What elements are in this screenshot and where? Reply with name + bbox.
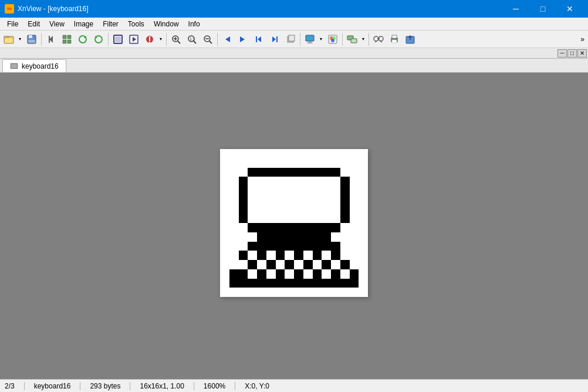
svg-rect-104: [239, 269, 248, 279]
svg-rect-88: [322, 251, 331, 260]
svg-rect-80: [248, 251, 257, 260]
svg-rect-86: [303, 251, 313, 260]
menu-filter[interactable]: Filter: [98, 18, 123, 30]
menu-image[interactable]: Image: [69, 18, 98, 30]
nav-copy-button[interactable]: [283, 32, 298, 47]
svg-marker-34: [240, 36, 245, 42]
tab-label: keyboard16: [22, 62, 59, 70]
status-zoom: 1600%: [204, 382, 225, 390]
edit-button[interactable]: [142, 32, 157, 47]
nav-last-button[interactable]: [267, 32, 282, 47]
window-title: XnView - [keyboard16]: [18, 5, 89, 13]
svg-rect-17: [115, 36, 121, 42]
status-position: 2/3: [5, 382, 15, 390]
slideshow-button[interactable]: [126, 32, 141, 47]
save-button[interactable]: [24, 32, 39, 47]
display-dropdown[interactable]: ▾: [317, 32, 325, 47]
svg-rect-77: [257, 232, 331, 242]
svg-rect-82: [266, 251, 276, 260]
open-button[interactable]: [1, 32, 16, 47]
menubar: File Edit View Image Filter Tools Window…: [0, 18, 588, 31]
zoom-in-button[interactable]: [168, 32, 184, 47]
image-display: [220, 149, 368, 297]
open-dropdown[interactable]: ▾: [16, 32, 23, 47]
nav-forward-button[interactable]: [235, 32, 251, 47]
svg-rect-22: [149, 42, 150, 43]
sep1: [41, 33, 42, 46]
zoom-out-button[interactable]: [200, 32, 215, 47]
svg-rect-10: [63, 35, 66, 39]
menu-edit[interactable]: Edit: [23, 18, 45, 30]
rotate-ccw-button[interactable]: [91, 32, 106, 47]
menu-file[interactable]: File: [2, 18, 23, 30]
print-button[interactable]: [387, 32, 402, 47]
menu-tools[interactable]: Tools: [123, 18, 149, 30]
tabbar: keyboard16: [0, 59, 588, 73]
svg-rect-109: [285, 269, 294, 279]
status-coordinates: X:0, Y:0: [245, 382, 269, 390]
close-button[interactable]: ✕: [556, 0, 583, 18]
color-button[interactable]: [325, 32, 340, 47]
display-button[interactable]: [302, 32, 317, 47]
titlebar: XnView - [keyboard16] ─ □ ✕: [0, 0, 588, 18]
svg-rect-95: [276, 260, 285, 269]
svg-rect-6: [29, 35, 32, 38]
sub-close-button[interactable]: ✕: [577, 49, 587, 58]
status-filename: keyboard16: [34, 382, 71, 390]
toolbar-overflow[interactable]: »: [578, 35, 587, 43]
menu-window[interactable]: Window: [149, 18, 184, 30]
minimize-button[interactable]: ─: [502, 0, 529, 18]
svg-text:1:1: 1:1: [190, 37, 195, 41]
maximize-button[interactable]: □: [529, 0, 556, 18]
svg-rect-114: [331, 269, 340, 279]
status-sep1: [24, 382, 25, 390]
svg-rect-75: [239, 177, 248, 223]
nav-back-button[interactable]: [219, 32, 235, 47]
status-sep2: [80, 382, 80, 390]
svg-rect-115: [340, 269, 350, 279]
status-sep4: [194, 382, 194, 390]
sub-minimize-button[interactable]: ─: [557, 49, 567, 58]
app-icon: [5, 4, 14, 13]
svg-rect-58: [397, 38, 398, 39]
refresh-button[interactable]: [75, 32, 90, 47]
tab-keyboard16[interactable]: keyboard16: [2, 59, 66, 72]
prev-button[interactable]: [43, 32, 59, 47]
image-canvas: [220, 149, 368, 297]
svg-rect-74: [248, 177, 340, 223]
svg-rect-108: [276, 269, 285, 279]
svg-rect-98: [303, 260, 313, 269]
status-dimensions: 16x16x1, 1.00: [140, 382, 184, 390]
menu-view[interactable]: View: [45, 18, 69, 30]
svg-line-28: [194, 41, 196, 43]
thumbnails-button[interactable]: [59, 32, 75, 47]
export-button[interactable]: [403, 32, 418, 47]
svg-point-47: [331, 39, 334, 42]
fullscreen-button[interactable]: [110, 32, 126, 47]
resize-button[interactable]: [344, 32, 360, 47]
nav-first-button[interactable]: [251, 32, 266, 47]
svg-rect-62: [11, 64, 17, 68]
sep7: [369, 33, 369, 46]
svg-rect-97: [294, 260, 303, 269]
search-button[interactable]: [371, 32, 386, 47]
svg-rect-7: [28, 40, 35, 43]
svg-rect-81: [257, 251, 266, 260]
svg-rect-63: [248, 168, 340, 177]
status-filesize: 293 bytes: [90, 382, 120, 390]
svg-rect-94: [266, 260, 276, 269]
sep2: [108, 33, 109, 46]
resize-dropdown[interactable]: ▾: [360, 32, 367, 47]
svg-line-24: [178, 41, 180, 43]
sep5: [300, 33, 300, 46]
zoom-fit-button[interactable]: 1:1: [184, 32, 200, 47]
svg-rect-42: [308, 42, 312, 43]
menu-info[interactable]: Info: [184, 18, 205, 30]
svg-rect-106: [257, 269, 266, 279]
svg-rect-13: [67, 40, 71, 43]
svg-rect-112: [313, 269, 322, 279]
edit-group: ▾: [142, 32, 164, 47]
sub-restore-button[interactable]: □: [567, 49, 577, 58]
edit-dropdown[interactable]: ▾: [157, 32, 164, 47]
display-group: ▾: [302, 32, 325, 47]
